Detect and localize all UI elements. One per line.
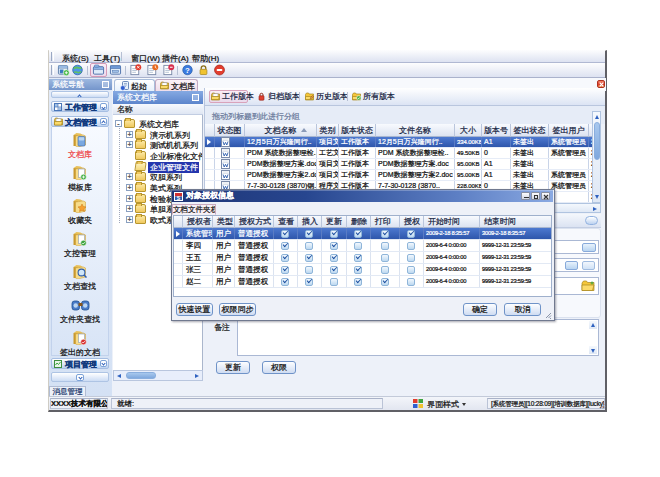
svg-text:?: ? [185, 66, 190, 75]
